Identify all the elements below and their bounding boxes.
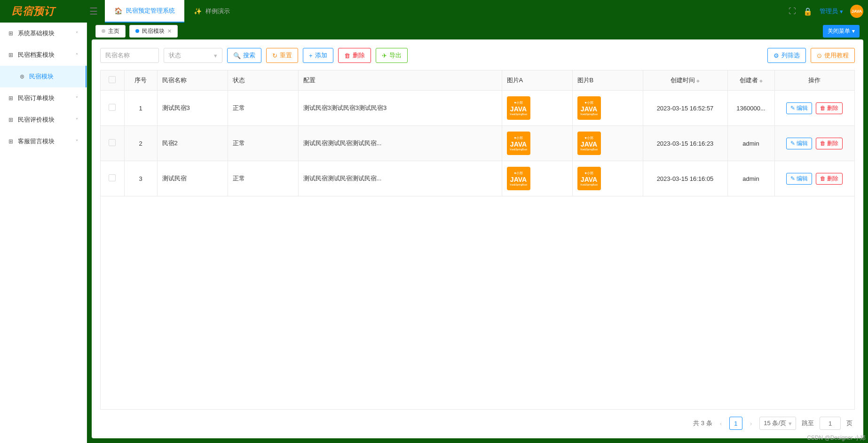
row-checkbox[interactable] [109, 174, 116, 181]
cell-imgB: ♥小郑JAVAVue&SpringBoot [572, 161, 643, 196]
cell-name: 测试民宿3 [157, 91, 228, 126]
book-icon: ⊙ [817, 52, 822, 59]
gear-icon: ⚙ [773, 52, 779, 59]
page-tab-bar: 主页 民宿模块 ✕ 关闭菜单 ▾ [92, 23, 863, 39]
jump-input[interactable]: 1 [820, 417, 841, 430]
thumbnail[interactable]: ♥小郑JAVAVue&SpringBoot [577, 167, 601, 190]
sidebar-item-2[interactable]: ⊛民宿模块 [0, 66, 87, 87]
chevron-icon: ˅ [76, 31, 78, 36]
page-size-select[interactable]: 15 条/页 ▾ [759, 417, 796, 430]
chevron-down-icon: ▾ [852, 28, 855, 34]
row-delete-button[interactable]: 🗑删除 [816, 173, 843, 185]
tutorial-button[interactable]: ⊙使用教程 [811, 48, 855, 63]
menu-icon: ⊞ [8, 30, 13, 37]
table-row: 1 测试民宿3 正常 测试民宿3测试民宿3测试民宿3 ♥小郑JAVAVue&Sp… [101, 91, 854, 126]
avatar[interactable]: JAVA [850, 5, 863, 18]
sort-icon: ◆ [759, 78, 763, 83]
cell-name: 测试民宿 [157, 161, 228, 196]
user-menu[interactable]: 管理员 ▾ [820, 7, 843, 16]
cell-action: ✎编辑 🗑删除 [774, 91, 854, 126]
sidebar-item-1[interactable]: ⊞民宿档案模块˄ [0, 44, 87, 66]
sidebar-item-0[interactable]: ⊞系统基础模块˅ [0, 23, 87, 44]
menu-icon: ⊞ [8, 52, 13, 58]
cell-created: 2023-03-15 16:52:57 [643, 91, 727, 126]
col-created[interactable]: 创建时间◆ [643, 70, 727, 91]
menu-toggle-icon[interactable]: ☰ [82, 6, 105, 17]
refresh-icon: ↻ [272, 52, 277, 59]
page-tab-minsu[interactable]: 民宿模块 ✕ [129, 25, 178, 38]
close-icon[interactable]: ✕ [167, 28, 172, 34]
logo: 民宿预订 [5, 4, 82, 18]
add-button[interactable]: +添加 [303, 48, 333, 63]
edit-button[interactable]: ✎编辑 [786, 102, 812, 114]
cell-status: 正常 [228, 161, 298, 196]
row-delete-button[interactable]: 🗑删除 [816, 102, 843, 114]
col-creator[interactable]: 创建者◆ [727, 70, 774, 91]
row-delete-button[interactable]: 🗑删除 [816, 138, 843, 149]
row-checkbox[interactable] [109, 104, 116, 111]
lock-icon[interactable]: 🔒 [803, 7, 813, 16]
column-filter-button[interactable]: ⚙列筛选 [767, 48, 806, 63]
sidebar-item-3[interactable]: ⊞民宿订单模块˅ [0, 87, 87, 109]
name-input[interactable]: 民宿名称 [100, 48, 159, 63]
sort-icon: ◆ [696, 78, 700, 83]
sidebar-item-4[interactable]: ⊞民宿评价模块˅ [0, 109, 87, 131]
panel: 民宿名称 状态 ▾ 🔍搜索 ↻重置 +添加 🗑删除 ✈导出 ⚙列筛选 ⊙使用教程 [92, 39, 863, 438]
edit-button[interactable]: ✎编辑 [786, 173, 812, 185]
topbar-right: ⛶ 🔒 管理员 ▾ JAVA [789, 5, 863, 18]
cell-created: 2023-03-15 16:16:23 [643, 126, 727, 161]
pagination: 共 3 条 ‹ 1 › 15 条/页 ▾ 跳至 1 页 [100, 410, 855, 430]
trash-icon: 🗑 [820, 105, 826, 111]
row-checkbox[interactable] [109, 139, 116, 146]
top-tab-system[interactable]: 🏠 民宿预定管理系统 [105, 0, 184, 23]
cell-seq: 1 [124, 91, 157, 126]
chevron-icon: ˅ [76, 117, 78, 123]
cell-creator: admin [727, 161, 774, 196]
edit-icon: ✎ [790, 140, 795, 147]
cell-imgB: ♥小郑JAVAVue&SpringBoot [572, 91, 643, 126]
edit-icon: ✎ [790, 105, 795, 111]
close-menu-label: 关闭菜单 [828, 27, 850, 35]
chevron-icon: ˅ [76, 96, 78, 101]
table-header-row: 序号 民宿名称 状态 配置 图片A 图片B 创建时间◆ 创建者◆ 操作 [101, 70, 854, 91]
home-icon: 🏠 [114, 7, 122, 15]
next-page-icon[interactable]: › [748, 420, 754, 427]
cell-status: 正常 [228, 126, 298, 161]
top-tab-demo[interactable]: ✨ 样例演示 [184, 0, 239, 23]
sidebar-item-label: 客服留言模块 [18, 137, 55, 146]
status-select[interactable]: 状态 ▾ [164, 48, 222, 63]
menu-icon: ⊛ [20, 73, 24, 80]
cell-imgA: ♥小郑JAVAVue&SpringBoot [502, 91, 572, 126]
cell-config: 测试民宿3测试民宿3测试民宿3 [298, 91, 502, 126]
col-action: 操作 [774, 70, 854, 91]
close-menu-button[interactable]: 关闭菜单 ▾ [823, 25, 860, 38]
thumbnail[interactable]: ♥小郑JAVAVue&SpringBoot [507, 167, 530, 190]
page-number[interactable]: 1 [729, 417, 742, 430]
cell-creator: 1360000... [727, 91, 774, 126]
chevron-down-icon: ▾ [214, 52, 217, 59]
sidebar-item-label: 民宿模块 [29, 72, 54, 81]
thumbnail[interactable]: ♥小郑JAVAVue&SpringBoot [577, 96, 601, 120]
fullscreen-icon[interactable]: ⛶ [789, 7, 796, 16]
edit-button[interactable]: ✎编辑 [786, 138, 812, 149]
user-name: 管理员 [820, 7, 838, 16]
watermark: CSDN @Designer 小郑 [807, 434, 866, 442]
search-button[interactable]: 🔍搜索 [227, 48, 261, 63]
sidebar-item-5[interactable]: ⊞客服留言模块˅ [0, 131, 87, 152]
page-tab-home[interactable]: 主页 [95, 25, 126, 38]
trash-icon: 🗑 [820, 175, 826, 182]
select-all-checkbox[interactable] [109, 76, 116, 83]
cell-imgA: ♥小郑JAVAVue&SpringBoot [502, 126, 572, 161]
reset-button[interactable]: ↻重置 [266, 48, 298, 63]
cell-status: 正常 [228, 91, 298, 126]
delete-button[interactable]: 🗑删除 [338, 48, 371, 63]
trash-icon: 🗑 [344, 52, 350, 59]
dot-icon [102, 29, 105, 33]
export-button[interactable]: ✈导出 [376, 48, 408, 63]
chevron-icon: ˅ [76, 139, 78, 144]
thumbnail[interactable]: ♥小郑JAVAVue&SpringBoot [577, 132, 601, 155]
thumbnail[interactable]: ♥小郑JAVAVue&SpringBoot [507, 96, 530, 120]
prev-page-icon[interactable]: ‹ [718, 420, 724, 427]
cell-config: 测试民宿测试民宿测试民宿... [298, 126, 502, 161]
thumbnail[interactable]: ♥小郑JAVAVue&SpringBoot [507, 132, 530, 155]
